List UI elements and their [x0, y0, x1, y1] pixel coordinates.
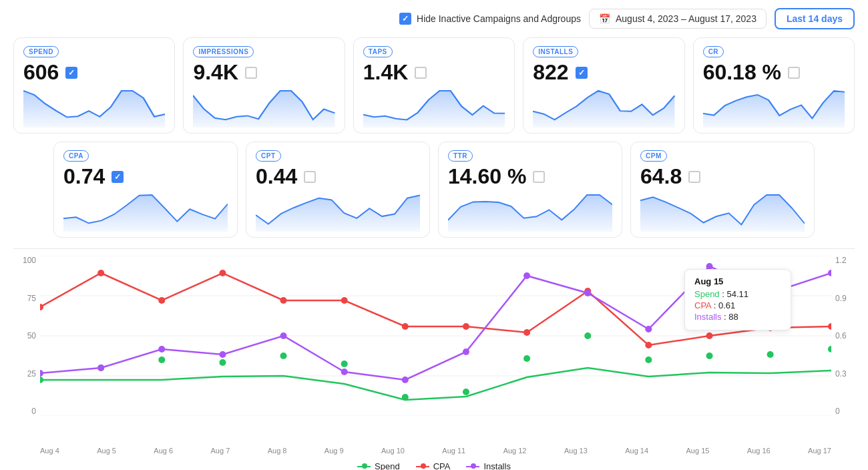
- svg-point-20: [463, 389, 469, 395]
- x-axis-label: Aug 15: [686, 447, 710, 455]
- x-axis-label: Aug 12: [503, 447, 527, 455]
- svg-point-24: [706, 352, 713, 359]
- metric-tag: CPT: [256, 150, 281, 162]
- mini-chart: [448, 192, 612, 232]
- legend-cpa-label: CPA: [433, 461, 451, 470]
- metric-card-cr: CR 60.18 %: [693, 37, 855, 134]
- legend-installs-dot: [466, 466, 479, 467]
- metric-checkbox[interactable]: [245, 67, 257, 79]
- y-right-label: 0.9: [835, 294, 847, 303]
- metric-checkbox[interactable]: [533, 171, 545, 183]
- metric-card-cpa: CPA 0.74: [53, 142, 238, 238]
- metric-value: 1.4K: [363, 60, 409, 85]
- metric-card-spend: SPEND 606: [13, 37, 175, 134]
- metric-tag: CR: [703, 46, 724, 57]
- svg-point-34: [463, 323, 469, 330]
- svg-marker-8: [640, 195, 805, 232]
- metric-checkbox[interactable]: [788, 67, 800, 79]
- mini-chart: [363, 87, 505, 128]
- svg-point-16: [219, 359, 226, 366]
- svg-point-50: [584, 290, 591, 296]
- metric-card-taps: TAPS 1.4K: [353, 37, 515, 134]
- tooltip-installs-label: Installs: [694, 312, 721, 322]
- svg-point-48: [463, 348, 469, 355]
- tooltip-spend-value: 54.11: [726, 289, 748, 299]
- metric-card-installs: INSTALLS 822: [523, 37, 684, 134]
- metric-value: 822: [533, 60, 568, 85]
- metric-value: 14.60 %: [448, 164, 526, 189]
- svg-marker-3: [533, 91, 674, 128]
- metric-value: 64.8: [640, 164, 682, 189]
- legend-spend: Spend: [357, 461, 400, 470]
- metric-value: 0.74: [63, 164, 105, 189]
- svg-point-32: [341, 297, 348, 304]
- y-right-label: 0: [835, 407, 840, 416]
- x-axis-label: Aug 5: [97, 447, 116, 455]
- metric-checkbox[interactable]: [304, 171, 316, 183]
- legend-cpa-dot: [416, 466, 429, 467]
- mini-chart: [533, 87, 674, 128]
- metric-tag: INSTALLS: [533, 46, 578, 57]
- y-left-label: 75: [27, 294, 36, 303]
- svg-point-47: [402, 377, 409, 383]
- svg-point-49: [523, 272, 530, 279]
- y-left-label: 0: [31, 407, 36, 416]
- mini-chart: [640, 192, 805, 232]
- svg-point-23: [645, 357, 652, 363]
- metric-tag: TAPS: [363, 46, 393, 57]
- svg-point-19: [402, 394, 409, 401]
- svg-marker-1: [193, 91, 335, 128]
- spend-dot: [40, 377, 43, 383]
- metric-checkbox[interactable]: [576, 67, 588, 79]
- top-bar: Hide Inactive Campaigns and Adgroups 📅 A…: [0, 0, 868, 37]
- y-axis-left: 1007550250: [13, 256, 40, 416]
- last-14-days-button[interactable]: Last 14 days: [775, 8, 855, 29]
- legend-spend-dot: [357, 466, 371, 467]
- svg-point-28: [97, 270, 104, 276]
- y-left-label: 50: [27, 331, 36, 340]
- legend-installs: Installs: [466, 461, 510, 470]
- chart-tooltip: Aug 15 Spend : 54.11 CPA : 0.61 Installs…: [684, 269, 791, 330]
- metric-card-cpm: CPM 64.8: [630, 142, 815, 238]
- x-axis-label: Aug 16: [747, 447, 771, 455]
- svg-point-29: [158, 297, 165, 304]
- metric-value: 9.4K: [193, 60, 238, 85]
- y-axis-right: 1.20.90.60.30: [831, 256, 855, 416]
- metric-checkbox[interactable]: [415, 67, 427, 79]
- svg-marker-7: [448, 195, 612, 232]
- calendar-icon: 📅: [599, 13, 610, 24]
- metric-checkbox[interactable]: [65, 67, 77, 79]
- svg-point-15: [158, 357, 165, 363]
- hide-inactive-checkbox[interactable]: [399, 13, 411, 25]
- metric-card-impressions: IMPRESSIONS 9.4K: [183, 37, 345, 134]
- svg-point-22: [584, 332, 591, 339]
- mini-chart: [23, 87, 165, 128]
- x-axis-label: Aug 8: [268, 447, 287, 455]
- svg-point-42: [97, 365, 104, 371]
- mini-chart: [703, 87, 845, 128]
- x-axis-label: Aug 9: [324, 447, 344, 455]
- svg-point-17: [280, 352, 287, 359]
- chart-legend: Spend CPA Installs: [0, 461, 868, 470]
- svg-marker-0: [23, 91, 165, 128]
- svg-point-30: [219, 270, 226, 276]
- y-left-label: 25: [27, 369, 36, 379]
- tooltip-cpa-value: 0.61: [718, 300, 735, 310]
- date-range-picker[interactable]: 📅 August 4, 2023 – August 17, 2023: [589, 9, 767, 29]
- metrics-row-2: CPA 0.74 CPT 0.44: [0, 142, 868, 248]
- chart-area: 1007550250 1.20.90.60.30: [13, 248, 855, 455]
- y-left-label: 100: [23, 256, 36, 265]
- metric-checkbox[interactable]: [112, 171, 124, 183]
- mini-chart: [256, 192, 420, 232]
- metric-checkbox[interactable]: [688, 171, 700, 183]
- svg-marker-4: [703, 91, 845, 128]
- legend-cpa: CPA: [416, 461, 451, 470]
- y-right-label: 1.2: [835, 256, 847, 265]
- x-axis-label: Aug 6: [154, 447, 173, 455]
- metric-card-cpt: CPT 0.44: [246, 142, 430, 238]
- tooltip-spend-label: Spend: [694, 289, 720, 299]
- svg-point-38: [706, 332, 713, 339]
- svg-point-51: [645, 326, 652, 332]
- svg-point-46: [341, 369, 348, 375]
- hide-inactive-toggle[interactable]: Hide Inactive Campaigns and Adgroups: [399, 13, 581, 25]
